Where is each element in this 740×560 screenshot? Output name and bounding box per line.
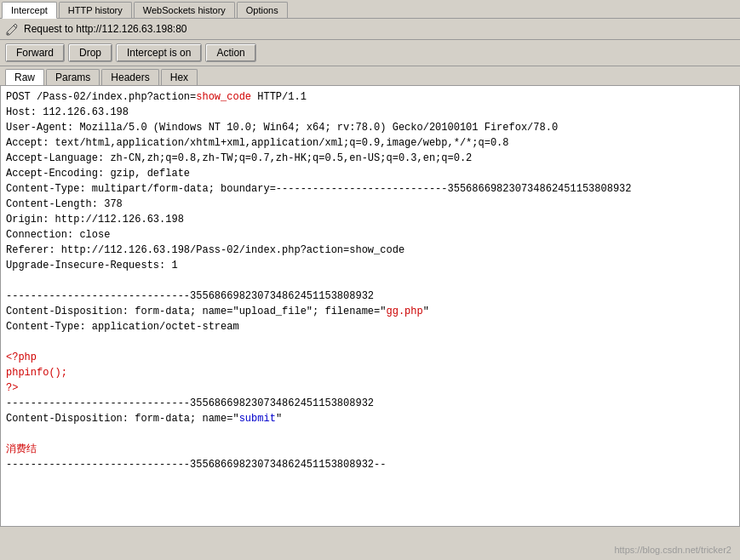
tab-options[interactable]: Options xyxy=(237,2,288,18)
watermark: https://blog.csdn.net/tricker2 xyxy=(614,545,731,555)
sub-tab-params[interactable]: Params xyxy=(46,69,100,85)
tab-http-history[interactable]: HTTP history xyxy=(59,2,132,18)
action-bar: Forward Drop Intercept is on Action xyxy=(0,40,740,66)
sub-tab-hex[interactable]: Hex xyxy=(161,69,198,85)
request-content[interactable]: POST /Pass-02/index.php?action=show_code… xyxy=(0,86,740,527)
request-bar: Request to http://112.126.63.198:80 xyxy=(0,19,740,40)
tab-intercept[interactable]: Intercept xyxy=(2,2,57,19)
edit-icon xyxy=(5,22,19,36)
tab-websockets-history[interactable]: WebSockets history xyxy=(134,2,235,18)
sub-tab-bar: Raw Params Headers Hex xyxy=(0,66,740,86)
request-url: Request to http://112.126.63.198:80 xyxy=(24,23,186,35)
drop-button[interactable]: Drop xyxy=(68,43,112,62)
action-button[interactable]: Action xyxy=(205,43,255,62)
sub-tab-headers[interactable]: Headers xyxy=(101,69,158,85)
forward-button[interactable]: Forward xyxy=(5,43,65,62)
intercept-button[interactable]: Intercept is on xyxy=(116,43,202,62)
main-tab-bar: Intercept HTTP history WebSockets histor… xyxy=(0,0,740,19)
sub-tab-raw[interactable]: Raw xyxy=(5,69,44,85)
